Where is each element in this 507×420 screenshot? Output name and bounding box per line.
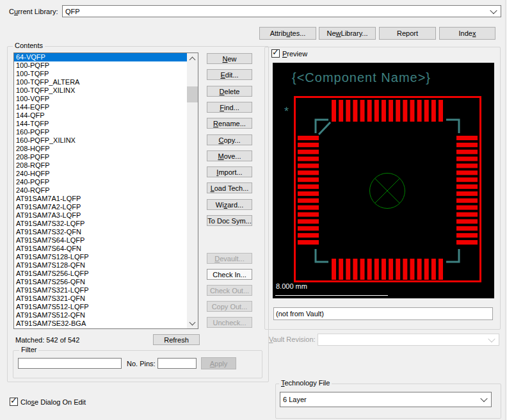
current-library-combo[interactable]: QFP [62,5,501,17]
checkmark-icon: ✓ [10,396,17,405]
vault-revision-label: Vault Revision: [269,335,316,343]
technology-combo[interactable]: 6 Layer [280,392,492,407]
list-item[interactable]: 144-EQFP [14,103,187,111]
list-scrollbar[interactable] [187,53,198,328]
apply-button: Apply [201,357,236,369]
list-item[interactable]: 144-TQFP [14,120,187,128]
vault-revision-combo [318,334,499,346]
list-item[interactable]: AT91SAM7S321-LQFP [14,286,187,295]
preview-label[interactable]: Preview [282,50,307,58]
list-item[interactable]: 100-TQFP_ALTERA [14,78,187,86]
move-button[interactable]: Move... [207,150,252,161]
scroll-up-icon[interactable] [187,53,198,64]
list-item[interactable]: 240-PQFP [14,178,187,186]
list-item[interactable]: 100-TQFP [14,70,187,78]
list-item[interactable]: AT91SAM7S32-LQFP [14,220,187,228]
dialog-edge [505,0,506,420]
index-button[interactable]: Index [439,27,495,40]
delete-button[interactable]: Delete [207,86,252,97]
close-dialog-checkbox[interactable]: ✓ [10,398,18,406]
report-button[interactable]: Report [379,27,436,40]
chevron-down-icon [488,335,495,342]
component-name-text: {<Component Name>} [292,70,431,85]
close-dialog-label[interactable]: Close Dialog On Edit [20,398,86,406]
scale-label: 8.000 mm [276,282,307,290]
rename-button[interactable]: Rename... [207,118,252,129]
list-item[interactable]: 160-PQFP_XILINX [14,136,187,145]
pin1-asterisk: * [284,105,289,118]
list-item[interactable]: AT91SAM7S128-QFN [14,261,187,270]
contents-list-items: 64-VQFP100-PQFP100-TQFP100-TQFP_ALTERA10… [14,53,187,328]
import-button[interactable]: Import... [207,166,252,177]
list-item[interactable]: 64-VQFP [14,53,187,61]
new-button[interactable]: New [207,53,252,64]
list-item[interactable]: AT91SAM7A3-LQFP [14,211,187,220]
list-item[interactable]: 208-HQFP [14,145,187,153]
list-item[interactable]: AT91SAM7S321-QFN [14,295,187,303]
list-item[interactable]: AT91SAM7S64-LQFP [14,236,187,245]
list-item[interactable]: AT91SAM7S512-LQFP [14,303,187,311]
technology-value: 6 Layer [283,396,307,403]
contents-group-label: Contents [13,42,45,49]
footprint-svg [273,63,494,298]
uncheck-button: Uncheck... [207,317,252,328]
copy-button[interactable]: Copy... [207,134,252,145]
preview-checkbox[interactable]: ✓ [271,49,280,58]
no-pins-input[interactable] [157,358,197,369]
attributes-button[interactable]: Attributes... [259,27,316,40]
list-item[interactable]: AT91SAM7S64-QFN [14,245,187,253]
current-library-value: QFP [65,8,80,15]
chevron-down-icon [480,395,487,402]
list-item[interactable]: 100-VQFP [14,95,187,103]
vault-status-field: (not from Vault) [273,307,493,320]
new-library-button[interactable]: New Library... [319,27,376,40]
list-item[interactable]: 100-TQFP_XILINX [14,86,187,95]
devault-button: Devault... [207,253,252,264]
matched-count: Matched: 542 of 542 [15,336,79,344]
list-item[interactable]: AT91SAM7A2-LQFP [14,203,187,211]
list-item[interactable]: AT91SAM7S128-LQFP [14,253,187,261]
preview-canvas: {<Component Name>} * 8.000 mm [273,63,494,298]
list-item[interactable]: AT91SAM7SE32-BGA [14,319,187,328]
find-button[interactable]: Find... [207,102,252,113]
no-pins-label: No. Pins: [127,360,156,368]
technology-group-label: Technology File [279,379,332,387]
list-item[interactable]: AT91SAM7S32-QFN [14,228,187,236]
list-item[interactable]: 208-PQFP [14,153,187,161]
list-item[interactable]: 100-PQFP [14,61,187,70]
filter-input[interactable] [18,358,122,369]
wizard-button[interactable]: Wizard... [207,199,252,210]
contents-list[interactable]: 64-VQFP100-PQFP100-TQFP100-TQFP_ALTERA10… [13,52,198,329]
chevron-down-icon [490,6,497,13]
list-item[interactable]: AT91SAM7A1-LQFP [14,195,187,203]
list-item[interactable]: 208-RQFP [14,161,187,170]
current-library-label: Current Library: [9,8,58,15]
to-doc-sym-button[interactable]: To Doc Sym... [207,215,252,226]
checkmark-icon: ✓ [272,48,279,56]
list-item[interactable]: 144-QFP [14,111,187,120]
check-in-button[interactable]: Check In... [207,269,252,280]
edit-button[interactable]: Edit... [207,69,252,80]
scale-bar [275,295,388,296]
scroll-thumb[interactable] [187,86,198,102]
list-item[interactable]: 160-PQFP [14,128,187,136]
filter-group-label: Filter [19,346,38,353]
list-item[interactable]: 240-RQFP [14,186,187,195]
refresh-button[interactable]: Refresh [153,334,200,345]
list-item[interactable]: AT91SAM7S256-QFN [14,278,187,286]
list-item[interactable]: 240-HQFP [14,170,187,178]
scroll-down-icon[interactable] [187,318,198,328]
load-tech-button[interactable]: Load Tech... [207,182,252,193]
check-out-button: Check Out... [207,285,252,296]
copy-out-button: Copy Out... [207,301,252,312]
list-item[interactable]: AT91SAM7S256-LQFP [14,270,187,278]
list-item[interactable]: AT91SAM7S512-QFN [14,311,187,319]
